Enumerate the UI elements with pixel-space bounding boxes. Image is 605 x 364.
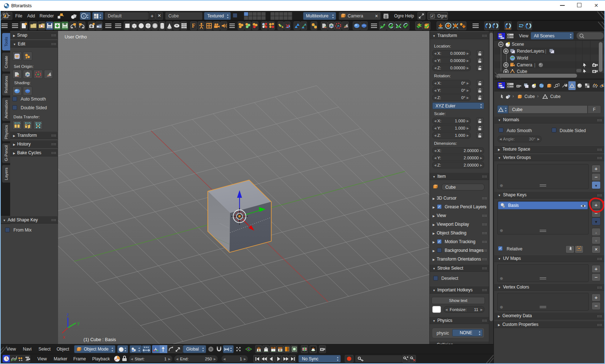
svg-text:y: y xyxy=(77,320,80,326)
svg-text:M: M xyxy=(15,54,19,58)
svg-text:x: x xyxy=(63,334,65,340)
svg-text:i: i xyxy=(83,14,84,18)
svg-text:(1) Cube : Basis: (1) Cube : Basis xyxy=(83,337,116,342)
svg-text:User Ortho: User Ortho xyxy=(65,34,87,40)
svg-text:z: z xyxy=(66,312,69,317)
